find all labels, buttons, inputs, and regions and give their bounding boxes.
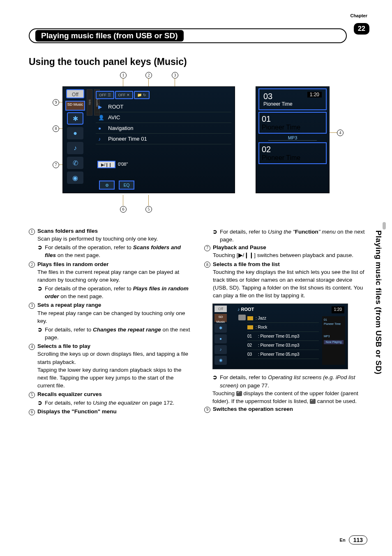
- ls-sd-source[interactable]: SD Music: [214, 314, 227, 322]
- touch-panel-diagram: 1 2 3 9 8 7 4 6 5 Off Info: [29, 72, 367, 220]
- banner-title: Playing music files (from USB or SD): [35, 30, 184, 42]
- callout-7: 7: [53, 162, 59, 168]
- list-screen-figure: Off SD Music ✱ ● ♪ ◉ ♪ ROOT 1:20 : Jazz …: [212, 303, 348, 369]
- ls-row[interactable]: 01 : Pioneer Time 01.mp3: [247, 332, 319, 341]
- play-icon: [98, 104, 102, 110]
- bluetooth-icon[interactable]: ✱: [67, 112, 83, 125]
- list-row[interactable]: ROOT: [96, 102, 231, 112]
- callout-9: 9: [53, 99, 59, 106]
- ls-disc-icon[interactable]: ◉: [214, 356, 227, 365]
- reference-arrow-icon: ➲: [212, 373, 217, 389]
- globe-icon[interactable]: ●: [67, 127, 83, 139]
- up-folder-icon: [310, 399, 316, 404]
- chapter-banner: Playing music files (from USB or SD): [29, 28, 347, 43]
- ls-row[interactable]: 02 : Pioneer Time 03.mp3: [247, 341, 319, 350]
- main-screen: Off Info Audio OFF ☰ OFF ✕ 📁 ↻ SD Music …: [62, 86, 235, 193]
- folder-list[interactable]: ROOT 👤AVIC ●Navigation ♪Pioneer Time 01: [96, 102, 231, 144]
- reference-arrow-icon: ➲: [212, 228, 217, 243]
- callout-4: 4: [337, 130, 344, 136]
- music-icon: ♪: [98, 136, 101, 142]
- off-button[interactable]: Off: [66, 89, 84, 98]
- ls-now-playing-panel: 01 Pioneer Time MP3 Now Playing: [322, 316, 345, 365]
- chapter-label: Chapter: [350, 13, 367, 18]
- ls-off-button[interactable]: Off: [214, 306, 227, 312]
- repeat-chip[interactable]: 📁 ↻: [134, 91, 150, 99]
- gear-icon: ⚙: [105, 183, 109, 188]
- item-body: Scrolling the keys up or down displays f…: [37, 350, 192, 389]
- item-title: Sets a repeat play range: [37, 302, 101, 308]
- item-title: Displays the "Function" menu: [37, 408, 117, 415]
- vtab-info[interactable]: Info: [87, 89, 92, 116]
- item-body: Touching the key displays the list which…: [213, 268, 367, 300]
- callout-2: 2: [145, 72, 152, 79]
- item-title: Scans folders and files: [37, 228, 98, 234]
- item-body: The files in the current repeat play ran…: [37, 268, 192, 284]
- num-6: 6: [29, 409, 35, 415]
- list-row[interactable]: 👤AVIC: [96, 112, 231, 123]
- reference-arrow-icon: ➲: [37, 285, 42, 300]
- callout-6: 6: [120, 206, 127, 213]
- reference-arrow-icon: ➲: [37, 243, 42, 259]
- disc-icon[interactable]: ◉: [67, 171, 83, 184]
- sd-music-source[interactable]: SD Music: [65, 101, 85, 111]
- item-title: Switches the operation screen: [213, 406, 293, 412]
- up-folder-icon[interactable]: [238, 315, 246, 320]
- ls-row[interactable]: : Jazz: [247, 314, 319, 323]
- num-7: 7: [204, 245, 210, 251]
- item-title: Selects a file to play: [37, 343, 90, 349]
- callout-8: 8: [53, 125, 59, 132]
- item-title: Plays files in random order: [37, 261, 108, 267]
- next-track-box[interactable]: 02 Pioneer Time: [258, 142, 327, 164]
- left-column: 1 Scans folders and files Scan play is p…: [29, 227, 192, 417]
- ls-file-list: : Jazz : Rock 01 : Pioneer Time 01.mp3 0…: [247, 314, 319, 359]
- scan-chip[interactable]: OFF ☰: [96, 91, 114, 99]
- sub-screen: 03 1:20 Pioneer Time 01 Pioneer Time MP3…: [256, 86, 330, 193]
- folder-icon: ●: [98, 125, 101, 131]
- music-note-icon[interactable]: ♪: [67, 142, 83, 154]
- num-1: 1: [29, 229, 35, 235]
- eq-button[interactable]: EQ: [119, 181, 134, 190]
- list-row[interactable]: ♪Pioneer Time 01: [96, 134, 231, 144]
- num-9: 9: [204, 407, 210, 413]
- reference-arrow-icon: ➲: [37, 399, 42, 407]
- item-body: The repeat play range can be changed by …: [37, 309, 192, 325]
- section-heading: Using the touch panel keys (Music): [29, 56, 367, 67]
- callout-1: 1: [120, 72, 127, 79]
- num-8: 8: [204, 262, 210, 268]
- list-row[interactable]: ●Navigation: [96, 123, 231, 134]
- up-folder-icon: [236, 391, 242, 396]
- item-title: Playback and Pause: [213, 244, 266, 250]
- function-menu-button[interactable]: ⚙: [99, 181, 115, 190]
- random-chip[interactable]: OFF ✕: [115, 91, 134, 99]
- num-2: 2: [29, 262, 35, 268]
- chapter-number-badge: 22: [354, 23, 369, 35]
- callout-3: 3: [172, 72, 178, 79]
- folder-icon: [247, 316, 253, 320]
- track-number: 03: [263, 92, 272, 101]
- next-track-num: 02: [262, 145, 323, 154]
- current-track-name: Pioneer Time: [262, 124, 323, 131]
- folder-icon: [247, 325, 253, 329]
- num-4: 4: [29, 344, 35, 350]
- current-track-num: 01: [262, 114, 323, 124]
- track-time: 1:20: [307, 92, 322, 97]
- upper-folder-paragraph: Touching displays the content of the upp…: [204, 389, 367, 405]
- item-body: Scan play is performed by touching only …: [37, 235, 192, 243]
- callout-5: 5: [145, 206, 152, 213]
- item-body: Touching [▶/❙❙] switches between playbac…: [213, 251, 367, 259]
- ls-music-icon[interactable]: ♪: [214, 345, 227, 354]
- item-title: Recalls equalizer curves: [37, 391, 102, 397]
- reference-arrow-icon: ➲: [37, 326, 42, 341]
- track-name: Pioneer Time: [263, 101, 322, 107]
- ls-row[interactable]: : Rock: [247, 323, 319, 332]
- ls-globe-icon[interactable]: ●: [214, 334, 227, 343]
- side-running-title: Playing music files (from USB or SD): [374, 230, 383, 375]
- phone-icon[interactable]: ✆: [67, 157, 83, 169]
- footer-lang: En: [340, 537, 346, 542]
- play-pause-button[interactable]: ▶/❙❙: [97, 161, 115, 168]
- ls-row[interactable]: 03 : Pioneer Time 05.mp3: [247, 350, 319, 359]
- ls-bluetooth-icon[interactable]: ✱: [214, 324, 227, 333]
- ls-root-label: ♪ ROOT: [238, 306, 254, 313]
- folder-icon: 👤: [98, 115, 104, 120]
- current-track-box[interactable]: 01 Pioneer Time: [258, 112, 327, 134]
